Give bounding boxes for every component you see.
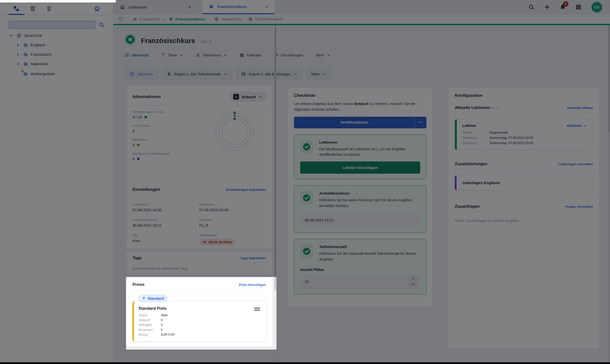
export2-button[interactable]: Export 2: Alle Buchungen [236,68,303,80]
price-row: Betrag EUR 0.00 [138,332,261,337]
lektion-row: Enddatum Donnerstag, 07.09.2023 20:00 [462,140,587,146]
lektionen-count: (1 / 0) [491,106,500,110]
search-icon[interactable] [528,4,535,10]
bottom-edge-strip [0,362,610,364]
chevron-right-icon[interactable] [16,62,20,66]
preis-hinzufuegen-link[interactable]: Preis hinzufügen [239,283,266,287]
tree-item-franzoesisch[interactable]: Französisch [0,50,113,59]
sidebar-search-input[interactable] [8,21,96,29]
lektion-hinzufuegen-button[interactable]: Lektion hinzufügen [300,161,420,174]
zusatzleistung-card[interactable]: Unterlagen Englisch [455,175,593,190]
checklist-card-anmeldeschluss: Anmeldeschluss Definieren Sie bis wann P… [294,185,426,233]
row-value: Donnerstag, 07.09.2023 20:00 [490,140,534,146]
vorschau-button[interactable]: Vorschau [125,68,158,80]
chevron-right-icon[interactable] [16,52,20,56]
pin-icon [142,297,146,300]
row-value: Donnerstag, 07.09.2023 18:30 [490,135,534,140]
export1-button[interactable]: Export 1: Alle Teilnehmende [162,68,233,80]
stat-value: 0 [133,129,135,133]
row-value: 0 [161,323,163,328]
price-card-title: Standard Preis [138,306,261,311]
veroeffentlichen-button[interactable]: Veröffentlichen [294,117,414,128]
field-label: Enddatum [199,203,266,206]
close-icon[interactable]: ✕ [188,5,191,9]
leistungen-verwalten-link[interactable]: Leistungen verwalten [558,162,593,166]
stat-warteliste: Warteliste 0 [133,138,170,147]
chevron-right-icon[interactable] [16,43,20,47]
chevron-down-icon [327,53,331,57]
einstellungen-fields: Startdatum 07.09.2023 18:30 Enddatum 07.… [133,203,266,246]
tab-label: Texte [168,53,177,57]
stepper-up-icon[interactable] [409,276,417,281]
notifications-bell-icon[interactable]: 1 [560,4,566,10]
history-back-icon[interactable] [119,17,124,22]
status-dropdown[interactable]: Entwurf [230,92,266,102]
breadcrumb-folder[interactable]: Französisch [133,17,160,21]
tree-item-englisch[interactable]: Englisch [0,40,113,50]
tab-dashboard[interactable]: Dashboard ✕ [113,0,198,14]
apps-grid-icon[interactable] [575,4,582,10]
aktionen-dropdown[interactable]: Aktionen [567,124,587,128]
home-icon[interactable] [94,5,100,12]
tab-texte[interactable]: Texte [161,53,183,57]
badge-label: Nicht Sichtbar [209,240,232,244]
close-icon[interactable]: ✕ [265,4,268,9]
tab-teilnehmer[interactable]: Teilnehmer [196,53,227,57]
plus-icon[interactable] [544,4,550,10]
tree-root-sprachcb[interactable]: SprachCB [0,31,113,40]
zusatzfragen-empty-text: Keine Zusatzfragen in diesem Angebot. [455,218,593,223]
chevron-down-icon [323,72,327,76]
folder-icon [23,42,28,48]
price-row: Verfügbar 0 [138,323,261,328]
einstellungen-bearbeiten-link[interactable]: Einstellungen bearbeiten [226,188,266,192]
stat-label: Gestartete Anmeldungen [133,152,170,156]
stat-anmeldungen: Anmeldungen / Max. 0 / 10 [133,110,170,119]
window-scrollbar-thumb[interactable] [608,25,610,132]
column-scrollbar-thumb[interactable] [274,25,276,290]
trash-icon[interactable] [46,5,52,12]
panel-title: Tags [133,256,141,260]
anzahl-plaetze-input[interactable] [300,274,420,289]
tree-item-label: Englisch [31,43,45,47]
offer-stats: Anmeldungen / Max. 0 / 10 Freie Plätze 0… [133,110,170,161]
sidebar-toolbar [0,0,113,15]
archive-icon[interactable] [29,5,36,12]
print-teilnehmendenliste[interactable]: Teilnehmendenli… [248,17,286,21]
card-title: Lektion [462,123,476,128]
field-label: Startdatum [133,203,199,206]
anmeldeschluss-date-input[interactable] [300,213,420,227]
green-dot [144,116,147,118]
capacity-donut-chart [210,112,260,153]
checkliste-panel: Checkliste Um dieses Angebot aus dem Sta… [288,88,432,307]
avatar[interactable]: CB [591,1,603,13]
card-description: Die Mindestanzahl an Lektionen ist 1, um… [319,146,420,157]
mehr-button[interactable]: Mehr [306,68,332,80]
breadcrumb-current-label: Französischkurs [175,17,205,21]
veroeffentlichen-split-button[interactable]: Veröffentlichen [294,117,426,128]
tab-uebersicht[interactable]: Übersicht [125,53,149,57]
search-icon[interactable] [99,22,104,28]
tree-item-italienisch[interactable]: Italienisch [0,59,113,69]
check-tile [300,245,313,258]
tab-einstellungen[interactable]: ⚙ Einstellungen [274,53,303,57]
row-value: EUR 0.00 [161,332,174,337]
fragen-verwalten-link[interactable]: Fragen verwalten [565,205,593,208]
print-praesenzliste[interactable]: Präsenzliste [214,17,242,21]
tab-kalender[interactable]: Kalender [240,53,262,57]
kalender-oeffnen-link[interactable]: Kalender öffnen [567,106,593,110]
chevron-down-icon [224,72,227,76]
drag-handle-icon[interactable] [254,308,260,312]
action-buttons-row: Vorschau Export 1: Alle Teilnehmende Exp… [125,68,332,80]
tree-view-icon[interactable] [13,5,20,12]
tree-item-multiangebote[interactable]: Multiangebote [0,69,113,79]
tab-label: Teilnehmer [203,53,221,57]
breadcrumb-current[interactable]: Französischkurs [169,17,205,21]
stepper-down-icon[interactable] [409,282,417,287]
tab-mehr[interactable]: Mehr [316,53,331,57]
chevron-down-icon[interactable] [9,34,13,38]
tab-franzoesischkurs[interactable]: Französischkurs ✕ [202,0,274,14]
offer-code: #F1_S [201,40,212,45]
donut-dot-green [233,111,236,114]
tags-bearbeiten-link[interactable]: Tags bearbeiten [240,256,266,260]
publish-more-button[interactable] [415,117,426,128]
